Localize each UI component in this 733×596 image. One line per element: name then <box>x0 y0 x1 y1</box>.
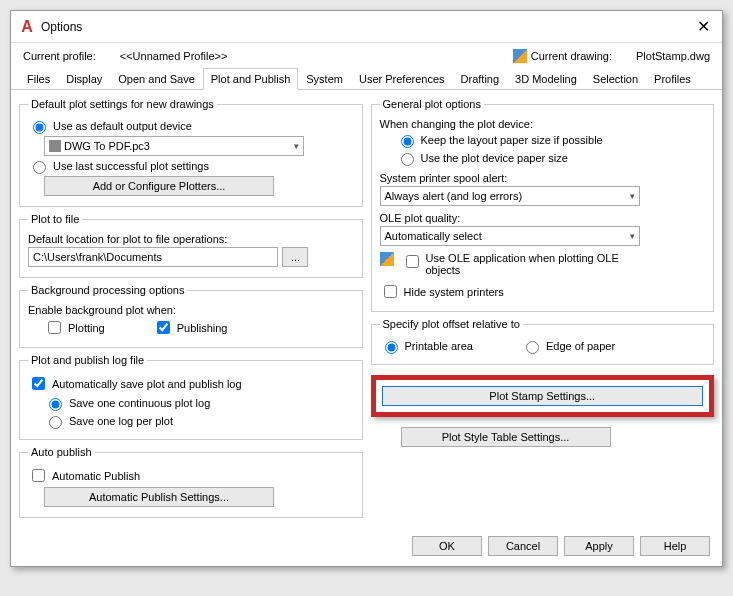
printable-area-label: Printable area <box>405 340 474 352</box>
log-file-group: Plot and publish log file Automatically … <box>19 354 363 440</box>
dwg-icon <box>513 49 527 63</box>
plot-style-table-settings-button[interactable]: Plot Style Table Settings... <box>401 427 611 447</box>
help-button[interactable]: Help <box>640 536 710 556</box>
tab-plot-and-publish[interactable]: Plot and Publish <box>203 68 299 90</box>
close-icon[interactable]: ✕ <box>693 17 714 36</box>
use-device-size-radio[interactable] <box>401 153 414 166</box>
plot-offset-group: Specify plot offset relative to Printabl… <box>371 318 715 365</box>
plot-to-file-group: Plot to file Default location for plot t… <box>19 213 363 278</box>
app-logo-icon: A <box>19 19 35 35</box>
tab-open-and-save[interactable]: Open and Save <box>110 68 202 90</box>
edge-of-paper-radio[interactable] <box>526 341 539 354</box>
automatic-publish-label: Automatic Publish <box>52 470 140 482</box>
auto-publish-group: Auto publish Automatic Publish Automatic… <box>19 446 363 518</box>
highlight-annotation: Plot Stamp Settings... <box>371 375 715 417</box>
keep-layout-size-label: Keep the layout paper size if possible <box>421 134 603 146</box>
plot-offset-legend: Specify plot offset relative to <box>380 318 523 330</box>
tab-files[interactable]: Files <box>19 68 58 90</box>
tab-profiles[interactable]: Profiles <box>646 68 699 90</box>
current-drawing-name: PlotStamp.dwg <box>636 50 710 62</box>
tab-selection[interactable]: Selection <box>585 68 646 90</box>
chevron-down-icon: ▾ <box>630 231 635 241</box>
output-device-value: DWG To PDF.pc3 <box>64 140 291 152</box>
output-device-select[interactable]: DWG To PDF.pc3 ▾ <box>44 136 304 156</box>
auto-publish-legend: Auto publish <box>28 446 95 458</box>
auto-save-log-checkbox[interactable] <box>32 377 45 390</box>
apply-button[interactable]: Apply <box>564 536 634 556</box>
use-ole-app-checkbox[interactable] <box>406 255 419 268</box>
tab-user-preferences[interactable]: User Preferences <box>351 68 453 90</box>
one-continuous-log-label: Save one continuous plot log <box>69 397 210 409</box>
hide-system-printers-checkbox[interactable] <box>384 285 397 298</box>
publishing-label: Publishing <box>177 322 228 334</box>
use-default-output-label: Use as default output device <box>53 120 192 132</box>
use-ole-app-label: Use OLE application when plotting OLE ob… <box>426 252 646 276</box>
ole-quality-label: OLE plot quality: <box>380 212 461 224</box>
one-continuous-log-radio[interactable] <box>49 398 62 411</box>
log-file-legend: Plot and publish log file <box>28 354 147 366</box>
dwg-icon <box>380 252 394 266</box>
printer-icon <box>49 140 61 152</box>
use-last-successful-radio[interactable] <box>33 161 46 174</box>
current-profile-label: Current profile: <box>23 50 96 62</box>
chevron-down-icon: ▾ <box>294 141 299 151</box>
add-configure-plotters-button[interactable]: Add or Configure Plotters... <box>44 176 274 196</box>
default-plot-legend: Default plot settings for new drawings <box>28 98 217 110</box>
general-plot-legend: General plot options <box>380 98 484 110</box>
window-title: Options <box>41 20 82 34</box>
tab-system[interactable]: System <box>298 68 351 90</box>
publishing-checkbox[interactable] <box>157 321 170 334</box>
one-log-per-plot-label: Save one log per plot <box>69 415 173 427</box>
automatic-publish-checkbox[interactable] <box>32 469 45 482</box>
general-plot-group: General plot options When changing the p… <box>371 98 715 312</box>
tab-drafting[interactable]: Drafting <box>453 68 508 90</box>
enable-bg-plot-label: Enable background plot when: <box>28 304 176 316</box>
printable-area-radio[interactable] <box>385 341 398 354</box>
ok-button[interactable]: OK <box>412 536 482 556</box>
plotting-label: Plotting <box>68 322 105 334</box>
plot-to-file-legend: Plot to file <box>28 213 82 225</box>
keep-layout-size-radio[interactable] <box>401 135 414 148</box>
spool-alert-label: System printer spool alert: <box>380 172 508 184</box>
auto-save-log-label: Automatically save plot and publish log <box>52 378 242 390</box>
use-device-size-label: Use the plot device paper size <box>421 152 568 164</box>
left-column: Default plot settings for new drawings U… <box>19 98 363 518</box>
dialog-footer: OK Cancel Apply Help <box>11 526 722 566</box>
background-processing-group: Background processing options Enable bac… <box>19 284 363 348</box>
plot-stamp-settings-button[interactable]: Plot Stamp Settings... <box>382 386 704 406</box>
plot-to-file-label: Default location for plot to file operat… <box>28 233 227 245</box>
change-device-label: When changing the plot device: <box>380 118 534 130</box>
options-dialog: A Options ✕ Current profile: <<Unnamed P… <box>10 10 723 567</box>
default-plot-group: Default plot settings for new drawings U… <box>19 98 363 207</box>
automatic-publish-settings-button[interactable]: Automatic Publish Settings... <box>44 487 274 507</box>
edge-of-paper-label: Edge of paper <box>546 340 615 352</box>
titlebar: A Options ✕ <box>11 11 722 43</box>
right-column: General plot options When changing the p… <box>371 98 715 518</box>
use-default-output-radio[interactable] <box>33 121 46 134</box>
tab-display[interactable]: Display <box>58 68 110 90</box>
use-last-successful-label: Use last successful plot settings <box>53 160 209 172</box>
spool-alert-select[interactable]: Always alert (and log errors) ▾ <box>380 186 640 206</box>
plotting-checkbox[interactable] <box>48 321 61 334</box>
chevron-down-icon: ▾ <box>630 191 635 201</box>
one-log-per-plot-radio[interactable] <box>49 416 62 429</box>
cancel-button[interactable]: Cancel <box>488 536 558 556</box>
current-profile-name: <<Unnamed Profile>> <box>120 50 228 62</box>
plot-to-file-path-input[interactable] <box>28 247 278 267</box>
ole-quality-value: Automatically select <box>385 230 627 242</box>
content-area: Default plot settings for new drawings U… <box>11 90 722 526</box>
ole-quality-select[interactable]: Automatically select ▾ <box>380 226 640 246</box>
current-drawing-label: Current drawing: <box>531 50 612 62</box>
background-processing-legend: Background processing options <box>28 284 187 296</box>
spool-alert-value: Always alert (and log errors) <box>385 190 627 202</box>
hide-system-printers-label: Hide system printers <box>404 286 504 298</box>
tab-bar: Files Display Open and Save Plot and Pub… <box>11 67 722 90</box>
profile-row: Current profile: <<Unnamed Profile>> Cur… <box>11 43 722 67</box>
browse-button[interactable]: ... <box>282 247 308 267</box>
tab-3d-modeling[interactable]: 3D Modeling <box>507 68 585 90</box>
